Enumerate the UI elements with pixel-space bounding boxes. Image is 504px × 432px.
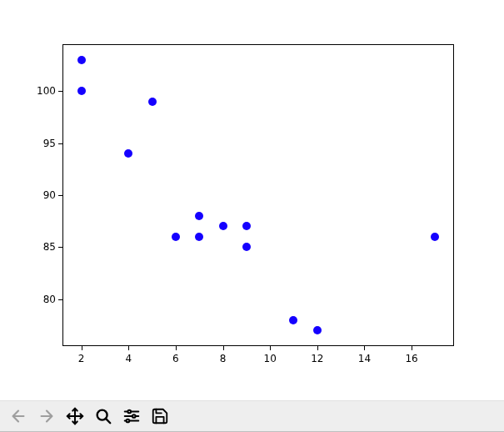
data-point — [289, 316, 297, 324]
y-tick-mark — [58, 247, 62, 248]
y-tick-label: 80 — [43, 294, 56, 305]
arrow-left-icon — [9, 407, 27, 425]
svg-point-9 — [132, 414, 136, 418]
toolbar-save-button[interactable] — [147, 403, 173, 429]
x-tick-label: 2 — [78, 353, 85, 364]
data-point — [313, 326, 322, 334]
data-point — [219, 222, 227, 230]
svg-point-7 — [127, 410, 131, 414]
x-tick-label: 16 — [405, 353, 417, 364]
toolbar-configure-button[interactable] — [118, 403, 145, 429]
magnifier-icon — [94, 407, 112, 425]
save-icon — [151, 407, 169, 425]
x-tick-mark — [412, 346, 412, 350]
svg-point-11 — [127, 419, 130, 423]
toolbar-zoom-button[interactable] — [90, 403, 117, 429]
arrow-right-icon — [37, 407, 56, 425]
y-tick-label: 100 — [37, 85, 56, 97]
data-point — [148, 98, 157, 106]
x-tick-label: 4 — [125, 353, 132, 364]
data-point — [195, 233, 203, 241]
toolbar-pan-button[interactable] — [62, 403, 88, 429]
y-tick-label: 95 — [43, 138, 56, 149]
y-tick-mark — [58, 91, 62, 92]
x-tick-mark — [317, 346, 318, 350]
y-tick-label: 85 — [43, 241, 56, 253]
x-tick-label: 14 — [358, 353, 371, 364]
move-icon — [66, 407, 84, 425]
y-tick-mark — [58, 143, 62, 144]
data-point — [195, 212, 203, 220]
svg-line-5 — [106, 419, 110, 423]
x-tick-mark — [82, 346, 82, 350]
x-tick-label: 6 — [172, 353, 179, 364]
x-tick-mark — [223, 346, 224, 350]
y-tick-mark — [58, 299, 62, 300]
x-tick-mark — [270, 346, 271, 350]
data-point — [172, 233, 180, 241]
sliders-icon — [122, 407, 141, 425]
data-point — [77, 87, 86, 95]
data-point — [77, 56, 86, 64]
toolbar-forward-button[interactable] — [33, 403, 60, 429]
x-tick-mark — [128, 346, 129, 350]
x-tick-label: 10 — [264, 353, 277, 364]
data-point — [242, 243, 251, 251]
x-tick-mark — [364, 346, 365, 350]
y-tick-label: 90 — [43, 189, 56, 201]
x-tick-mark — [176, 346, 177, 350]
data-point — [124, 149, 132, 158]
data-point — [242, 222, 251, 230]
y-tick-mark — [58, 195, 62, 196]
matplotlib-toolbar — [0, 400, 504, 432]
x-tick-label: 8 — [220, 353, 227, 364]
toolbar-back-button[interactable] — [5, 403, 32, 429]
x-tick-label: 12 — [311, 353, 323, 364]
axes-frame — [62, 44, 454, 346]
matplotlib-figure: 24681012141680859095100 — [0, 0, 504, 400]
data-point — [431, 233, 439, 241]
